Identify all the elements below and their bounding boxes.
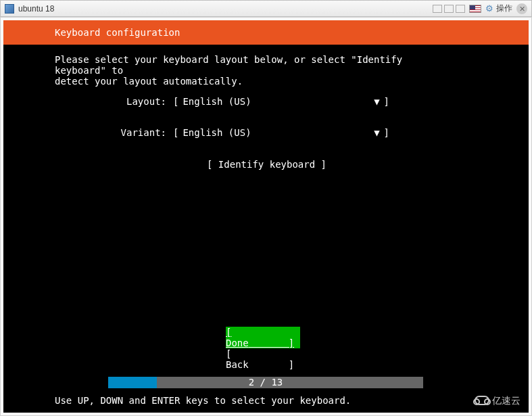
vm-window-title: ubuntu 18 xyxy=(18,4,54,14)
layout-label: Layout: xyxy=(55,96,173,107)
bracket-open: [ xyxy=(173,96,178,107)
watermark-text: 亿速云 xyxy=(492,395,521,406)
vm-window-titlebar: ubuntu 18 ⚙ 操作 ✕ xyxy=(0,0,532,17)
vm-app-icon xyxy=(5,4,14,14)
back-label: Back xyxy=(226,359,249,370)
installer-screen: Keyboard configuration Please select you… xyxy=(3,20,529,413)
page-title: Keyboard configuration xyxy=(55,27,180,38)
chevron-down-icon: ▼ xyxy=(374,127,379,138)
vm-ctrl-icon-2[interactable] xyxy=(444,5,454,13)
navigation-buttons: [ Done ] [ Back ] xyxy=(3,327,529,370)
done-label: Done xyxy=(226,338,249,348)
vm-action-label[interactable]: 操作 xyxy=(496,3,512,14)
bracket-close: ] xyxy=(384,127,389,138)
close-icon[interactable]: ✕ xyxy=(516,3,527,14)
instruction-text: Please select your keyboard layout below… xyxy=(55,54,456,87)
identify-keyboard-label: Identify keyboard xyxy=(218,159,315,170)
variant-select[interactable]: [ English (US) ▼ ] xyxy=(173,127,389,138)
variant-label: Variant: xyxy=(55,127,173,138)
vm-viewport-frame: Keyboard configuration Please select you… xyxy=(0,17,532,416)
bracket-close: ] xyxy=(384,96,389,107)
content-area: Please select your keyboard layout below… xyxy=(3,45,456,170)
layout-row: Layout: [ English (US) ▼ ] xyxy=(55,96,456,107)
variant-row: Variant: [ English (US) ▼ ] xyxy=(55,127,456,138)
variant-value: English (US) xyxy=(178,127,374,138)
vm-ctrl-icon-3[interactable] xyxy=(456,5,465,13)
gear-icon[interactable]: ⚙ xyxy=(485,3,493,14)
progress-text: 2 / 13 xyxy=(108,377,423,388)
bracket-open: [ xyxy=(173,127,178,138)
watermark: 亿速云 xyxy=(475,395,521,406)
watermark-logo-icon xyxy=(475,396,489,405)
locale-flag-icon[interactable] xyxy=(469,5,481,13)
back-button[interactable]: [ Back ] xyxy=(226,348,300,370)
page-header: Keyboard configuration xyxy=(3,20,529,45)
hint-text: Use UP, DOWN and ENTER keys to select yo… xyxy=(55,395,351,406)
chevron-down-icon: ▼ xyxy=(374,96,379,107)
done-button[interactable]: [ Done ] xyxy=(226,327,300,348)
progress-bar: 2 / 13 xyxy=(108,377,423,388)
identify-keyboard-button[interactable]: [ Identify keyboard ] xyxy=(207,159,327,170)
layout-value: English (US) xyxy=(178,96,374,107)
layout-select[interactable]: [ English (US) ▼ ] xyxy=(173,96,389,107)
identify-row: [ Identify keyboard ] xyxy=(55,159,456,170)
vm-ctrl-icon-1[interactable] xyxy=(433,5,442,13)
